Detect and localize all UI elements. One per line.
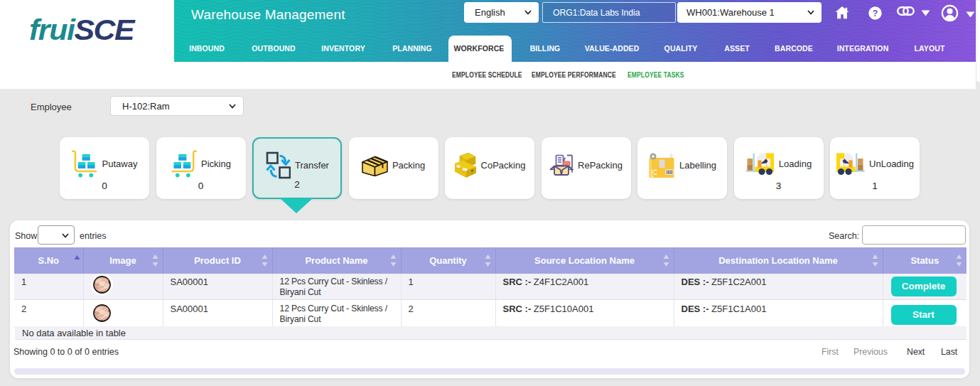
svg-text:?: ? [873,9,878,18]
